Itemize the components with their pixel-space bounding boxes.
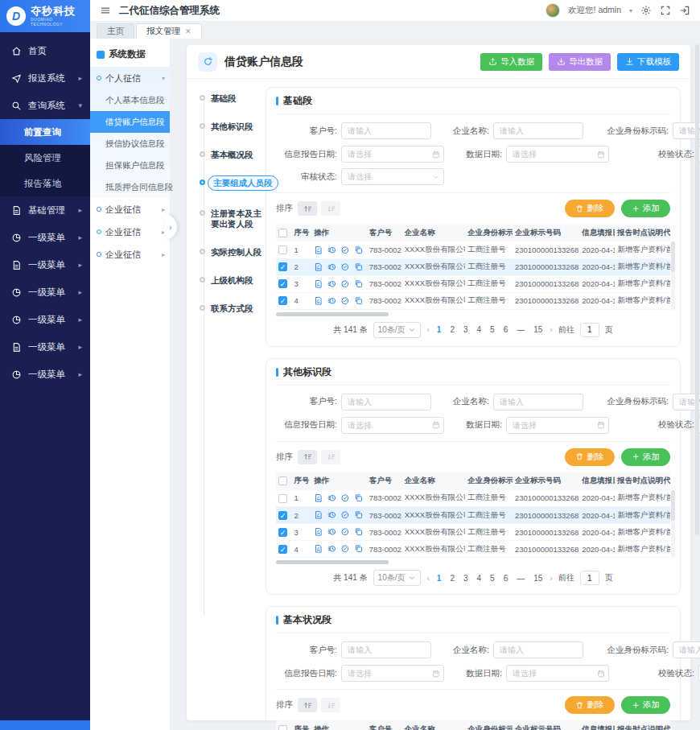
check-circle-icon[interactable]: [340, 527, 350, 537]
page-number-2[interactable]: 2: [448, 574, 456, 583]
table-row[interactable]: 2 783-0002 XXXX股份有限公司 工商注册号 230100000133…: [276, 507, 670, 524]
copy-icon[interactable]: [354, 510, 364, 520]
add-button[interactable]: 添加: [621, 448, 671, 466]
copy-icon[interactable]: [354, 544, 364, 554]
table-row[interactable]: 2 783-0002 XXXX股份有限公司 工商注册号 230100000133…: [276, 258, 670, 275]
anchor-item-6[interactable]: 上级机构段: [200, 275, 266, 286]
page-number-—[interactable]: —: [515, 325, 526, 334]
history-icon[interactable]: [327, 527, 337, 537]
field-input-date[interactable]: [341, 146, 444, 163]
page-number-3[interactable]: 3: [462, 325, 470, 334]
chevron-down-icon[interactable]: ▾: [629, 7, 632, 14]
field-input-date[interactable]: [341, 417, 444, 434]
row-checkbox[interactable]: [278, 545, 287, 554]
check-circle-icon[interactable]: [340, 493, 350, 503]
select-all-checkbox[interactable]: [278, 476, 287, 485]
field-input-date[interactable]: [506, 417, 609, 434]
anchor-item-4[interactable]: 注册资本及主要出资人段: [200, 208, 266, 229]
check-circle-icon[interactable]: [340, 296, 350, 306]
anchor-item-7[interactable]: 联系方式段: [200, 303, 266, 314]
add-button[interactable]: 添加: [621, 200, 671, 217]
select-all-checkbox[interactable]: [278, 725, 287, 730]
tree-item-借贷账户信息段[interactable]: 借贷账户信息段: [90, 111, 170, 133]
edit-file-icon[interactable]: [314, 527, 323, 537]
field-input-text[interactable]: [493, 394, 583, 410]
tree-group-3[interactable]: 企业征信▸: [90, 243, 170, 266]
table-row[interactable]: 3 783-0002 XXXX股份有限公司 工商注册号 230100000133…: [276, 524, 670, 541]
check-circle-icon[interactable]: [340, 544, 350, 554]
sidebar-item-0[interactable]: 首页: [0, 37, 90, 64]
edit-file-icon[interactable]: [314, 279, 323, 289]
sort-desc-button[interactable]: [321, 698, 340, 712]
page-number-15[interactable]: 15: [532, 325, 544, 334]
edit-file-icon[interactable]: [314, 262, 323, 272]
tree-item-个人基本信息段[interactable]: 个人基本信息段: [90, 89, 170, 111]
add-button[interactable]: 添加: [621, 696, 671, 714]
header-button-0[interactable]: 导入数据: [480, 53, 542, 71]
sort-desc-button[interactable]: [321, 201, 340, 216]
field-input-select[interactable]: [341, 168, 444, 185]
edit-file-icon[interactable]: [314, 544, 323, 554]
field-input-date[interactable]: [506, 146, 609, 163]
sort-desc-button[interactable]: [321, 450, 340, 464]
history-icon[interactable]: [327, 296, 337, 306]
table-horizontal-scrollbar[interactable]: [276, 560, 389, 564]
page-number-1[interactable]: 1: [435, 325, 443, 334]
tree-group-1[interactable]: 企业征信▸: [90, 198, 170, 221]
page-number-5[interactable]: 5: [488, 325, 496, 334]
check-circle-icon[interactable]: [340, 279, 350, 289]
tab-1[interactable]: 报文管理✕: [136, 23, 202, 39]
table-vertical-scrollbar[interactable]: [671, 490, 675, 559]
field-input-date[interactable]: [341, 665, 444, 682]
edit-file-icon[interactable]: [314, 510, 323, 520]
field-input-text[interactable]: [341, 394, 431, 410]
sort-asc-button[interactable]: [298, 201, 317, 216]
table-vertical-scrollbar[interactable]: [671, 241, 675, 310]
tree-group-2[interactable]: 企业征信▸: [90, 221, 170, 243]
sidebar-subitem-风险管理[interactable]: 风险管理: [0, 145, 90, 171]
row-checkbox[interactable]: [278, 494, 287, 503]
goto-page-input[interactable]: [580, 323, 599, 337]
copy-icon[interactable]: [354, 527, 364, 537]
next-page-arrow[interactable]: ›: [550, 325, 552, 334]
field-input-text[interactable]: [341, 122, 431, 139]
field-input-date[interactable]: [506, 665, 609, 682]
page-number-4[interactable]: 4: [476, 325, 484, 334]
page-size-select[interactable]: 10条/页: [373, 570, 422, 586]
tree-item-抵质押合同信息段[interactable]: 抵质押合同信息段: [90, 176, 170, 198]
sidebar-item-4[interactable]: 一级菜单▸: [0, 224, 90, 251]
sort-asc-button[interactable]: [298, 450, 317, 464]
delete-button[interactable]: 删除: [565, 448, 615, 466]
anchor-item-2[interactable]: 基本概况段: [200, 150, 266, 160]
header-button-1[interactable]: 导出数据: [549, 53, 611, 71]
page-number-2[interactable]: 2: [448, 325, 456, 334]
edit-file-icon[interactable]: [314, 296, 323, 306]
row-checkbox[interactable]: [278, 245, 287, 254]
welcome-text[interactable]: 欢迎您! admin: [568, 5, 621, 16]
anchor-item-0[interactable]: 基础段: [200, 93, 266, 104]
row-checkbox[interactable]: [278, 528, 287, 537]
page-number-4[interactable]: 4: [476, 574, 484, 583]
table-row[interactable]: 3 783-0002 XXXX股份有限公司 工商注册号 230100000133…: [276, 275, 670, 292]
sidebar-item-2[interactable]: 查询系统▾: [0, 92, 90, 119]
next-page-arrow[interactable]: ›: [550, 574, 552, 583]
anchor-item-3[interactable]: 主要组成人员段: [200, 178, 266, 191]
page-size-select[interactable]: 10条/页: [373, 322, 422, 338]
sidebar-item-3[interactable]: 基础管理▸: [0, 196, 90, 224]
sidebar-item-7[interactable]: 一级菜单▸: [0, 306, 90, 333]
page-number-—[interactable]: —: [515, 574, 526, 583]
goto-page-input[interactable]: [580, 571, 599, 585]
tree-group-0[interactable]: 个人征信▾: [90, 67, 170, 89]
page-number-15[interactable]: 15: [532, 574, 544, 583]
fullscreen-icon[interactable]: [660, 5, 671, 16]
sort-asc-button[interactable]: [298, 698, 317, 712]
sidebar-item-8[interactable]: 一级菜单▸: [0, 333, 90, 361]
header-button-2[interactable]: 下载模板: [617, 53, 679, 71]
delete-button[interactable]: 删除: [565, 200, 615, 217]
field-input-text[interactable]: [493, 641, 583, 658]
sidebar-subitem-报告落地[interactable]: 报告落地: [0, 171, 90, 196]
tree-item-担保账户信息段[interactable]: 担保账户信息段: [90, 155, 170, 176]
sidebar-item-9[interactable]: 一级菜单▸: [0, 361, 90, 388]
history-icon[interactable]: [327, 510, 337, 520]
table-row[interactable]: 4 783-0002 XXXX股份有限公司 工商注册号 230100000133…: [276, 292, 670, 309]
